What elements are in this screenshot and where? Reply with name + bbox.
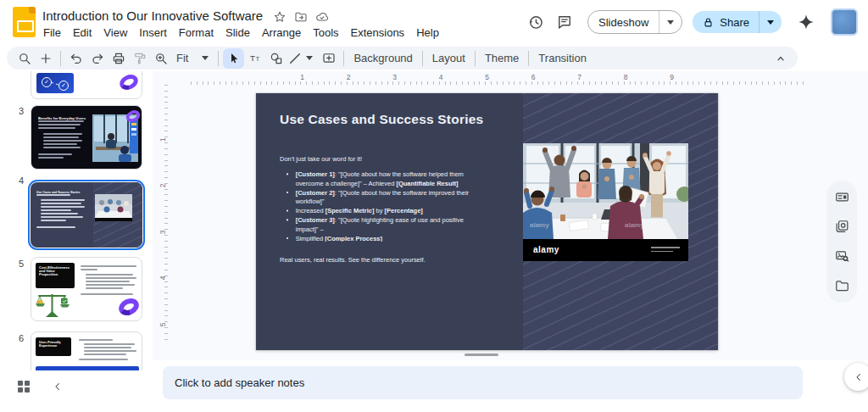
collections-icon[interactable] [833,218,850,235]
side-panel-rail [826,181,857,303]
speaker-notes-input[interactable]: Click to add speaker notes [163,366,803,399]
watermark: alamy [625,221,644,229]
share-button-group: Share [693,11,782,33]
collapse-toolbar-button[interactable] [770,48,791,69]
slideshow-dropdown[interactable] [659,11,682,33]
thumb-title: Cost-Effectiveness and Value Proposition [39,265,71,276]
print-button[interactable] [108,48,129,69]
menu-format[interactable]: Format [173,25,220,41]
gemini-icon[interactable] [792,8,821,36]
text-box-button[interactable]: TT [244,48,265,69]
menu-file[interactable]: File [37,25,67,41]
thumb-title: Benefits for Everyday Users [38,116,86,120]
slide-6-number: 6 [10,333,24,343]
paint-format-button[interactable] [129,48,150,69]
contact-card-icon[interactable] [833,188,850,205]
watermark: alamy [530,221,549,229]
theme-button[interactable]: Theme [480,52,524,64]
folder-icon[interactable] [833,278,850,295]
slides-logo-icon[interactable] [13,7,36,37]
comments-button[interactable] [550,8,579,36]
slide-intro-text[interactable]: Don't just take our word for it! [280,152,394,167]
svg-text:T: T [256,56,260,63]
speaker-notes-placeholder: Click to add speaker notes [175,376,304,389]
document-title[interactable]: Introduction to Our Innovative Software [42,8,263,23]
grid-view-button[interactable] [15,378,32,395]
slide-editor[interactable]: Use Cases and Success Stories Don't just… [256,93,718,350]
thumb-photo [95,194,132,221]
share-dropdown[interactable] [759,11,782,33]
slideshow-button[interactable]: Slideshow [588,11,659,33]
layout-button[interactable]: Layout [427,52,470,64]
fit-label: Fit [176,52,188,64]
background-button[interactable]: Background [348,52,417,64]
slide-closing-text[interactable]: Real users, real results. See the differ… [280,253,481,268]
menu-extensions[interactable]: Extensions [345,25,411,41]
zoom-in-button[interactable] [150,48,171,69]
slide-4-thumbnail-selected[interactable]: Use Cases and Success Stories [28,180,145,250]
slide-title-textbox[interactable]: Use Cases and Success Stories [280,112,563,133]
collapse-filmstrip-button[interactable] [49,378,66,395]
decorative-swirl [118,71,140,93]
slide-5-number: 5 [10,259,24,269]
top-bar: Introduction to Our Innovative Software … [0,0,868,44]
account-avatar[interactable] [831,8,858,36]
redo-button[interactable] [86,48,108,69]
share-button[interactable]: Share [693,11,759,33]
flowchart-node-icon: ✓ [58,81,69,91]
slide-2-thumbnail[interactable]: ✓ ✓ [31,71,142,99]
insert-comment-button[interactable] [318,48,339,69]
share-label: Share [720,16,749,29]
slideshow-button-group: Slideshow [587,10,682,34]
menu-edit[interactable]: Edit [67,25,97,41]
slide-4-number: 4 [10,175,24,186]
show-side-panel-button[interactable] [844,363,868,391]
select-tool-button[interactable] [223,48,244,69]
decorative-swirl [125,108,142,125]
toolbar: Fit TT Background Layout Theme Transitio… [7,47,798,70]
vertical-ruler[interactable]: 12345 [156,85,168,356]
decorative-swirl [117,295,141,319]
thumb-title: User-Friendly Experience [39,340,68,348]
search-menus-button[interactable] [14,48,35,69]
image-search-icon[interactable] [833,248,850,265]
line-tool-control[interactable] [287,48,313,69]
menu-slide[interactable]: Slide [220,25,256,41]
line-tool-dropdown[interactable] [306,56,313,60]
menu-bar: File Edit View Insert Format Slide Arran… [37,25,445,41]
google-slides-app: Introduction to Our Innovative Software … [0,0,868,412]
slide-6-thumbnail[interactable]: User-Friendly Experience [31,331,142,370]
stock-photo-credit-bar: alamy [523,239,688,261]
menu-arrange[interactable]: Arrange [256,25,307,41]
menu-insert[interactable]: Insert [133,25,173,41]
horizontal-scrollbar[interactable] [465,354,498,356]
menu-tools[interactable]: Tools [307,25,344,41]
slide-3-number: 3 [10,106,24,116]
thumb-scale-graphic [35,290,70,320]
menu-view[interactable]: View [97,25,133,41]
slide-canvas-area: 123456789 12345 Use Cases and Success St… [153,71,868,360]
stock-brand-label: alamy [533,245,559,254]
slide-3-thumbnail[interactable]: Benefits for Everyday Users [31,105,142,170]
zoom-add-button[interactable] [35,48,56,69]
zoom-fit-control[interactable]: Fit [171,52,214,64]
transition-button[interactable]: Transition [533,52,592,64]
undo-button[interactable] [65,48,86,69]
svg-text:T: T [250,53,255,63]
slide-photo[interactable]: alamy alamy alamy [523,143,688,261]
line-tool-button[interactable] [287,48,303,69]
version-history-button[interactable] [521,8,550,36]
shape-tool-button[interactable] [265,48,287,69]
filmstrip: ✓ ✓ 3 Benefits for Everyday Users [0,71,153,370]
menu-help[interactable]: Help [410,25,445,41]
slide-5-thumbnail[interactable]: Cost-Effectiveness and Value Proposition [31,257,142,321]
horizontal-ruler[interactable]: 123456789 [170,73,831,85]
